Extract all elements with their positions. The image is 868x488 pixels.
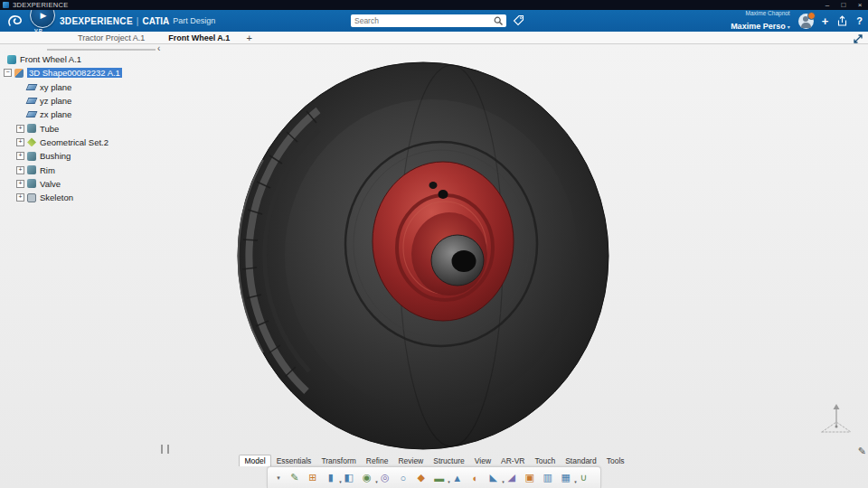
tree-root[interactable]: Front Wheel A.1 [2,52,183,66]
shaft-icon[interactable]: ◉ [360,471,374,485]
document-tab[interactable]: Tractor Project A.1 [78,33,145,42]
pad-icon[interactable]: ▮ [324,471,338,485]
minimize-button[interactable]: – [819,0,835,10]
sketch-icon[interactable]: ✎ [288,471,302,485]
account-name: Maxime Perso [731,22,786,31]
ribbon-tab[interactable]: Essentials [272,455,316,466]
panel-resize-handle[interactable] [161,445,169,454]
maximize-button[interactable]: □ [835,0,852,10]
action-bar: Model Essentials Transform Refine Review… [0,455,868,488]
new-tab-button[interactable]: + [246,33,251,43]
solid-icon [27,124,36,133]
tree-item[interactable]: + Rim [2,163,183,176]
tree-item[interactable]: + Tube [2,121,183,135]
tree-item[interactable]: − 3D Shape00082232 A.1 [2,66,183,80]
search-input[interactable] [351,16,494,25]
ribbon-tab[interactable]: Tools [602,455,629,466]
solid-icon [27,165,36,174]
tree-expander[interactable]: − [4,69,12,77]
tree-item-label: 3D Shape00082232 A.1 [27,68,122,78]
ribbon-tab[interactable]: Touch [530,455,560,466]
tree-item-label: zx plane [40,109,71,119]
tree-expander[interactable]: + [16,180,24,188]
ribbon-tab[interactable]: Structure [429,455,469,466]
tree-item[interactable]: + Bushing [2,149,183,163]
document-tab[interactable]: Front Wheel A.1 [168,33,230,42]
user-full-name: Maxime Chapnot [731,10,790,16]
boolean-union-icon[interactable]: ∪ [577,471,591,485]
hole-icon[interactable]: ○ [396,471,410,485]
app-brand: 3DEXPERIENCE | CATIA Part Design [60,10,215,32]
bolt-hole [439,190,448,199]
chamfer-icon[interactable]: ◣ [486,471,501,485]
ribbon-tab[interactable]: Standard [561,455,601,466]
tree-expander[interactable]: + [16,166,24,174]
window-titlebar: 3DEXPERIENCE – □ × [0,0,868,10]
account-menu[interactable]: Maxime Chapnot Maxime Perso▾ [731,10,790,33]
app-header: 3DEXPERIENCE | CATIA Part Design Maxime … [0,10,868,32]
solid-icon [27,179,36,188]
ribbon-tab[interactable]: Refine [362,455,393,466]
tag-search-icon[interactable] [513,14,524,26]
avatar[interactable] [798,14,814,29]
tree-item[interactable]: + Skeleton [2,191,183,204]
global-search[interactable] [351,14,506,27]
shell-icon[interactable]: ▣ [523,471,537,485]
slot-icon[interactable]: ▬ [432,471,447,485]
add-content-button[interactable]: + [822,14,829,28]
positioned-sketch-icon[interactable]: ⊞ [306,471,320,485]
tree-item[interactable]: + Geometrical Set.2 [2,136,183,149]
module-name: Part Design [173,16,215,25]
ribbon-tab[interactable]: AR-VR [496,455,529,466]
ribbon-tab[interactable]: Review [393,455,428,466]
plane-icon [26,98,38,104]
close-button[interactable]: × [852,0,868,10]
fillet-icon[interactable]: ◐ [468,471,483,485]
app-name: CATIA [142,16,169,26]
pattern-icon[interactable]: ▦ [559,471,573,485]
skeleton-icon [27,193,36,202]
geoset-icon [27,137,36,146]
draft-icon[interactable]: ◢ [505,471,519,485]
ribbon-tab[interactable]: Model [239,455,270,466]
tree-scrollbar[interactable] [47,49,156,51]
document-tabbar: Tractor Project A.1 Front Wheel A.1 + [0,32,868,44]
tree-expander[interactable]: + [16,193,24,202]
stiffener-icon[interactable]: ▲ [450,471,465,485]
notification-badge [807,12,816,20]
tree-item[interactable]: zx plane [2,108,183,121]
expand-panel-icon[interactable] [853,33,863,44]
collapse-actionbar-icon[interactable]: ▾ [277,474,280,482]
tree-item-label: Tube [40,124,59,134]
wheel-model[interactable] [238,62,609,449]
product-icon [7,55,16,64]
chevron-down-icon: ▾ [788,24,790,30]
tree-expander[interactable]: + [16,125,24,133]
ribbon-tab[interactable]: View [470,455,495,466]
brand-separator: | [137,16,139,26]
pocket-icon[interactable]: ◧ [342,471,356,485]
tree-item[interactable]: xy plane [2,80,183,94]
tree-expander[interactable]: + [16,152,24,160]
hub-bore [452,250,476,272]
compass-play-icon: ▶ [41,11,47,20]
tree-item-label: Skeleton [40,192,73,202]
plane-icon [26,84,38,90]
brand-name: 3DEXPERIENCE [60,16,133,26]
groove-icon[interactable]: ◎ [378,471,392,485]
3ds-logo-icon[interactable] [5,13,27,29]
tree-expander[interactable]: + [16,138,24,146]
plane-icon [26,111,38,117]
help-button[interactable]: ? [856,15,863,26]
share-icon[interactable] [836,15,848,27]
app-logo-icon [3,2,9,8]
tree-item-label: yz plane [40,96,71,106]
tree-item-label: Valve [40,179,61,189]
ribbon-tab[interactable]: Transform [316,455,360,466]
tree-item[interactable]: + Valve [2,177,183,191]
search-icon[interactable] [494,16,504,26]
tree-item[interactable]: yz plane [2,94,183,108]
mirror-icon[interactable]: ▥ [541,471,555,485]
shape-icon [14,69,24,78]
rib-icon[interactable]: ◆ [414,471,429,485]
